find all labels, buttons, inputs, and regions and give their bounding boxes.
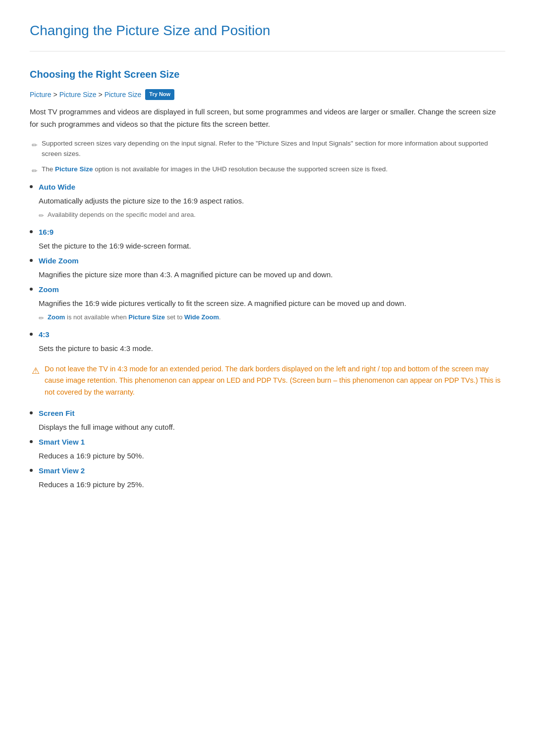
label-4-3: 4:3 <box>39 329 50 341</box>
bullet-dot <box>30 440 33 443</box>
warning-text: Do not leave the TV in 4:3 mode for an e… <box>45 363 505 399</box>
bullet-dot <box>30 288 33 291</box>
sub-note-text-zoom: Zoom is not available when Picture Size … <box>48 312 221 322</box>
pencil-icon-1: ✏ <box>32 140 38 151</box>
sub-note-text-auto-wide: Availability depends on the specific mod… <box>48 210 196 220</box>
note-text-2: The Picture Size option is not available… <box>42 164 388 175</box>
warning-box: ⚠ Do not leave the TV in 4:3 mode for an… <box>30 363 505 399</box>
desc-zoom: Magnifies the 16:9 wide pictures vertica… <box>39 298 505 309</box>
bullet-dot <box>30 469 33 472</box>
bullet-list-main: Auto Wide Automatically adjusts the pict… <box>30 181 505 354</box>
list-item-16-9: 16:9 Set the picture to the 16:9 wide-sc… <box>30 226 505 252</box>
list-item-smart-view-1: Smart View 1 Reduces a 16:9 picture by 5… <box>30 436 505 462</box>
breadcrumb-sep1: > <box>54 89 57 100</box>
list-item-smart-view-2: Smart View 2 Reduces a 16:9 picture by 2… <box>30 465 505 491</box>
breadcrumb-picture-size-2[interactable]: Picture Size <box>105 89 142 100</box>
note-highlight-picture-size: Picture Size <box>55 165 93 173</box>
try-now-badge[interactable]: Try Now <box>145 89 174 100</box>
desc-wide-zoom: Magnifies the picture size more than 4:3… <box>39 269 505 281</box>
zoom-highlight-1: Zoom <box>48 313 65 321</box>
bullet-dot <box>30 230 33 233</box>
label-16-9: 16:9 <box>39 226 54 238</box>
bullet-dot <box>30 333 33 336</box>
pencil-icon-zoom: ✏ <box>39 313 44 324</box>
warning-icon: ⚠ <box>32 364 40 378</box>
breadcrumb-picture-size-1[interactable]: Picture Size <box>59 89 97 100</box>
list-item-auto-wide: Auto Wide Automatically adjusts the pict… <box>30 181 505 221</box>
desc-4-3: Sets the picture to basic 4:3 mode. <box>39 343 505 354</box>
label-smart-view-1: Smart View 1 <box>39 436 85 448</box>
note-item-2: ✏ The Picture Size option is not availab… <box>30 164 505 176</box>
desc-smart-view-1: Reduces a 16:9 picture by 50%. <box>39 450 505 462</box>
label-smart-view-2: Smart View 2 <box>39 465 85 477</box>
pencil-icon-2: ✏ <box>32 165 38 176</box>
note-item-1: ✏ Supported screen sizes vary depending … <box>30 139 505 159</box>
note-text-1: Supported screen sizes vary depending on… <box>42 139 505 159</box>
breadcrumb: Picture > Picture Size > Picture Size Tr… <box>30 89 505 100</box>
zoom-highlight-3: Wide Zoom <box>184 313 219 321</box>
label-wide-zoom: Wide Zoom <box>39 255 79 267</box>
desc-auto-wide: Automatically adjusts the picture size t… <box>39 195 505 207</box>
breadcrumb-picture[interactable]: Picture <box>30 89 52 100</box>
sub-note-zoom: ✏ Zoom is not available when Picture Siz… <box>39 312 505 324</box>
desc-smart-view-2: Reduces a 16:9 picture by 25%. <box>39 479 505 491</box>
bullet-list-2: Screen Fit Displays the full image witho… <box>30 407 505 491</box>
zoom-highlight-2: Picture Size <box>128 313 165 321</box>
list-item-4-3: 4:3 Sets the picture to basic 4:3 mode. <box>30 329 505 354</box>
breadcrumb-sep2: > <box>98 89 102 100</box>
bullet-dot <box>30 185 33 188</box>
section-title: Choosing the Right Screen Size <box>30 66 505 82</box>
bullet-dot <box>30 411 33 414</box>
intro-text: Most TV programmes and videos are displa… <box>30 106 505 131</box>
label-zoom: Zoom <box>39 284 59 296</box>
list-item-screen-fit: Screen Fit Displays the full image witho… <box>30 407 505 433</box>
label-screen-fit: Screen Fit <box>39 407 75 419</box>
sub-note-auto-wide: ✏ Availability depends on the specific m… <box>39 210 505 221</box>
label-auto-wide: Auto Wide <box>39 181 75 193</box>
list-item-zoom: Zoom Magnifies the 16:9 wide pictures ve… <box>30 284 505 324</box>
list-item-wide-zoom: Wide Zoom Magnifies the picture size mor… <box>30 255 505 281</box>
pencil-icon-auto-wide: ✏ <box>39 211 44 221</box>
desc-screen-fit: Displays the full image without any cuto… <box>39 421 505 433</box>
page-title: Changing the Picture Size and Position <box>30 20 505 51</box>
bullet-dot <box>30 259 33 262</box>
desc-16-9: Set the picture to the 16:9 wide-screen … <box>39 240 505 252</box>
